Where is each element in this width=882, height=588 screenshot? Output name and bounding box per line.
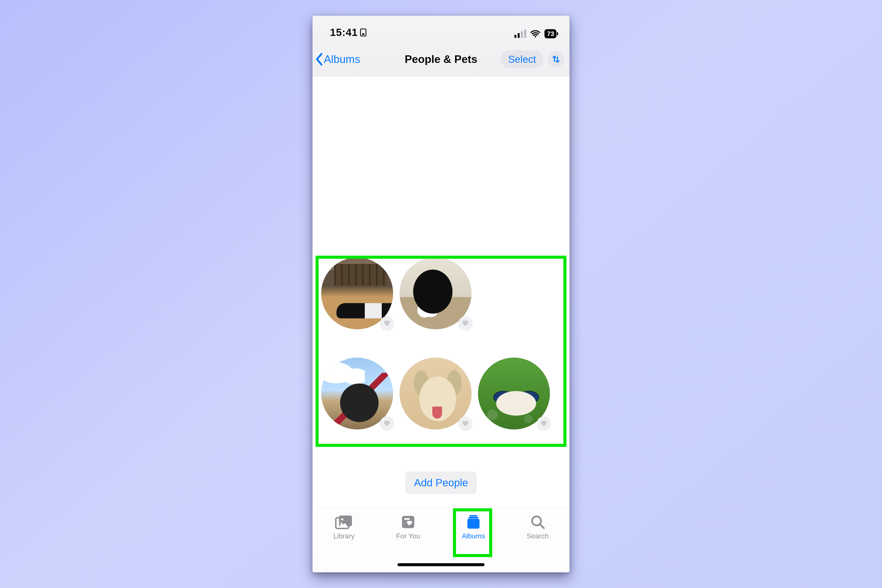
albums-icon (465, 514, 482, 530)
status-bar: 15:41 (312, 16, 570, 42)
sim-icon (360, 28, 366, 37)
battery-level: 73 (547, 30, 554, 38)
heart-icon (540, 420, 548, 427)
tab-label: For You (396, 532, 420, 540)
svg-rect-6 (404, 518, 410, 520)
favorite-button[interactable] (537, 416, 551, 430)
library-icon (335, 514, 353, 530)
for-you-icon (400, 514, 416, 530)
svg-point-4 (341, 518, 344, 520)
favorite-button[interactable] (458, 416, 472, 430)
tab-for-you[interactable]: For You (396, 514, 420, 540)
tab-search[interactable]: Search (526, 514, 549, 540)
pet-thumbnail[interactable] (321, 257, 393, 329)
sort-arrows-icon (551, 55, 561, 64)
status-time: 15:41 (330, 26, 366, 38)
people-pets-grid (321, 257, 561, 458)
cellular-icon (514, 30, 526, 38)
tab-label: Library (333, 532, 354, 540)
svg-rect-9 (470, 515, 477, 516)
pet-thumbnail[interactable] (478, 358, 550, 429)
clock-text: 15:41 (330, 26, 358, 38)
svg-rect-0 (360, 29, 366, 36)
tab-bar: Library For You (312, 507, 570, 572)
svg-rect-7 (467, 519, 480, 529)
select-button[interactable]: Select (501, 50, 543, 68)
pet-thumbnail[interactable] (400, 257, 471, 329)
battery-icon: 73 (544, 29, 556, 38)
pet-thumbnail[interactable] (321, 358, 393, 429)
heart-icon (462, 420, 469, 427)
pet-thumbnail[interactable] (400, 358, 471, 429)
nav-bar: Albums People & Pets Select (312, 42, 570, 76)
heart-icon (383, 420, 391, 427)
status-icons: 73 (514, 29, 556, 38)
search-icon (530, 514, 546, 530)
favorite-button[interactable] (380, 316, 394, 330)
wifi-icon (530, 30, 540, 38)
phone-frame: 15:41 (312, 16, 570, 572)
favorite-button[interactable] (380, 416, 394, 430)
heart-icon (383, 320, 391, 327)
tab-label: Albums (462, 532, 485, 540)
svg-rect-1 (362, 33, 364, 35)
content-area[interactable] (312, 76, 570, 507)
add-people-button[interactable]: Add People (405, 471, 477, 494)
tab-albums[interactable]: Albums (462, 514, 485, 540)
tab-label: Search (526, 532, 549, 540)
heart-icon (462, 320, 469, 327)
tab-library[interactable]: Library (333, 514, 354, 540)
svg-rect-8 (468, 517, 478, 519)
sort-button[interactable] (548, 51, 564, 68)
favorite-button[interactable] (458, 316, 472, 330)
home-indicator[interactable] (398, 563, 484, 566)
